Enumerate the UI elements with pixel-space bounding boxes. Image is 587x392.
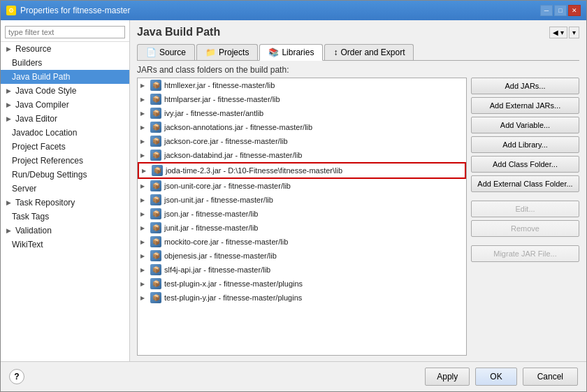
edit-button[interactable]: Edit... <box>471 201 579 217</box>
list-item[interactable]: ▶📦test-plugin-y.jar - fitnesse-master/pl… <box>138 291 466 305</box>
list-item[interactable]: ▶📦json-unit-core.jar - fitnesse-master/l… <box>138 179 466 193</box>
expand-arrow-icon: ▶ <box>140 82 147 89</box>
expand-arrow-icon: ▶ <box>140 124 147 131</box>
expand-arrow-icon: ▶ <box>140 239 147 245</box>
expand-arrow-icon: ▶ <box>140 110 147 117</box>
jar-list-container: ▶📦htmllexer.jar - fitnesse-master/lib▶📦h… <box>137 78 467 356</box>
list-item[interactable]: ▶📦ivy.jar - fitnesse-master/antlib <box>138 106 466 120</box>
add-external-class-folder-button[interactable]: Add External Class Folder... <box>471 175 579 192</box>
sidebar-item-builders[interactable]: Builders <box>1 56 129 70</box>
title-controls: ─ □ ✕ <box>540 5 581 16</box>
list-item[interactable]: ▶📦jackson-core.jar - fitnesse-master/lib <box>138 134 466 148</box>
jar-name: slf4j-api.jar - fitnesse-master/lib <box>164 266 270 274</box>
sidebar-item-task-tags[interactable]: Task Tags <box>1 210 129 224</box>
sidebar-item-run-debug-settings[interactable]: Run/Debug Settings <box>1 168 129 182</box>
expand-arrow-icon: ▶ <box>140 267 147 273</box>
cancel-button[interactable]: Cancel <box>523 368 578 386</box>
content-area: JARs and class folders on the build path… <box>137 65 579 356</box>
list-item[interactable]: ▶📦joda-time-2.3.jar - D:\10-Fitnesse\fit… <box>138 162 466 179</box>
expand-arrow-icon: ▶ <box>140 152 147 159</box>
sidebar-item-java-editor[interactable]: ▶Java Editor <box>1 112 129 126</box>
list-item[interactable]: ▶📦objenesis.jar - fitnesse-master/lib <box>138 249 466 263</box>
jar-name: test-plugin-x.jar - fitnesse-master/plug… <box>164 280 303 288</box>
expand-arrow-icon: ▶ <box>140 211 147 217</box>
sidebar-item-javadoc-location[interactable]: Javadoc Location <box>1 126 129 140</box>
add-variable-button[interactable]: Add Variable... <box>471 117 579 133</box>
properties-dialog: ⚙ Properties for fitnesse-master ─ □ ✕ ▶… <box>0 0 587 392</box>
content-label: JARs and class folders on the build path… <box>137 65 579 75</box>
tab-order-export[interactable]: ↕ Order and Export <box>324 44 414 60</box>
apply-button[interactable]: Apply <box>425 368 470 386</box>
add-library-button[interactable]: Add Library... <box>471 136 579 153</box>
nav-forward-button[interactable]: ▾ <box>569 27 579 38</box>
sidebar-item-project-references[interactable]: Project References <box>1 154 129 168</box>
sidebar-item-wikitext[interactable]: WikiText <box>1 238 129 252</box>
dialog-footer: ? Apply OK Cancel <box>1 361 586 391</box>
remove-button[interactable]: Remove <box>471 220 579 237</box>
footer-right: Apply OK Cancel <box>425 368 578 386</box>
list-item[interactable]: ▶📦htmlparser.jar - fitnesse-master/lib <box>138 92 466 106</box>
jar-icon: 📦 <box>150 278 161 289</box>
jar-icon: 📦 <box>150 136 161 147</box>
sidebar-item-label: Javadoc Location <box>12 128 77 138</box>
list-item[interactable]: ▶📦mockito-core.jar - fitnesse-master/lib <box>138 235 466 249</box>
expand-arrow-icon: ▶ <box>142 168 149 174</box>
main-header: Java Build Path ◀ ▾ ▾ <box>137 26 579 38</box>
add-jars-button[interactable]: Add JARs... <box>471 78 579 94</box>
list-item[interactable]: ▶📦json-unit.jar - fitnesse-master/lib <box>138 193 466 207</box>
sidebar-item-label: Java Code Style <box>15 86 76 96</box>
sidebar-item-java-code-style[interactable]: ▶Java Code Style <box>1 84 129 98</box>
jar-name: json-unit.jar - fitnesse-master/lib <box>164 196 273 204</box>
sidebar-item-label: Project References <box>12 156 83 166</box>
maximize-button[interactable]: □ <box>554 5 567 16</box>
sidebar-item-project-facets[interactable]: Project Facets <box>1 140 129 154</box>
dialog-body: ▶ResourceBuildersJava Build Path▶Java Co… <box>1 20 586 361</box>
close-button[interactable]: ✕ <box>568 5 581 16</box>
sidebar-item-resource[interactable]: ▶Resource <box>1 42 129 56</box>
sidebar-item-java-compiler[interactable]: ▶Java Compiler <box>1 98 129 112</box>
expand-arrow-icon: ▶ <box>6 45 11 52</box>
help-button[interactable]: ? <box>9 369 24 384</box>
filter-input[interactable] <box>5 26 125 38</box>
list-and-buttons: ▶📦htmllexer.jar - fitnesse-master/lib▶📦h… <box>137 78 579 356</box>
title-bar-left: ⚙ Properties for fitnesse-master <box>6 6 130 15</box>
nav-back-button[interactable]: ◀ ▾ <box>549 27 567 38</box>
dialog-title: Properties for fitnesse-master <box>20 6 130 15</box>
add-class-folder-button[interactable]: Add Class Folder... <box>471 156 579 173</box>
tab-projects[interactable]: 📁 Projects <box>196 44 258 60</box>
sidebar-item-server[interactable]: Server <box>1 182 129 196</box>
tab-bar: 📄 Source 📁 Projects 📚 Libraries ↕ Order … <box>137 44 579 61</box>
jar-name: test-plugin-y.jar - fitnesse-master/plug… <box>164 293 302 302</box>
jar-name: joda-time-2.3.jar - D:\10-Fitnesse\fitne… <box>166 166 342 175</box>
list-item[interactable]: ▶📦test-plugin-x.jar - fitnesse-master/pl… <box>138 277 466 291</box>
buttons-panel: Add JARs... Add External JARs... Add Var… <box>471 78 579 356</box>
expand-arrow-icon: ▶ <box>140 281 147 287</box>
expand-arrow-icon: ▶ <box>140 225 147 231</box>
source-tab-icon: 📄 <box>146 48 157 57</box>
page-title: Java Build Path <box>137 26 220 38</box>
sidebar-item-task-repository[interactable]: ▶Task Repository <box>1 196 129 210</box>
tab-libraries[interactable]: 📚 Libraries <box>259 44 323 61</box>
sidebar-item-label: Task Repository <box>15 198 75 208</box>
list-item[interactable]: ▶📦slf4j-api.jar - fitnesse-master/lib <box>138 263 466 277</box>
jar-name: jackson-databind.jar - fitnesse-master/l… <box>164 151 302 159</box>
filter-box <box>1 23 129 42</box>
minimize-button[interactable]: ─ <box>540 5 553 16</box>
migrate-jar-button[interactable]: Migrate JAR File... <box>471 245 579 262</box>
ok-button[interactable]: OK <box>475 368 516 386</box>
list-item[interactable]: ▶📦htmllexer.jar - fitnesse-master/lib <box>138 78 466 92</box>
jar-icon: 📦 <box>150 194 161 205</box>
expand-arrow-icon: ▶ <box>140 183 147 189</box>
list-item[interactable]: ▶📦jackson-annotations.jar - fitnesse-mas… <box>138 120 466 134</box>
expand-arrow-icon: ▶ <box>140 253 147 259</box>
add-external-jars-button[interactable]: Add External JARs... <box>471 97 579 114</box>
expand-arrow-icon: ▶ <box>6 101 11 108</box>
list-item[interactable]: ▶📦jackson-databind.jar - fitnesse-master… <box>138 148 466 162</box>
sidebar-item-java-build-path[interactable]: Java Build Path <box>1 70 129 84</box>
tab-source[interactable]: 📄 Source <box>137 44 195 60</box>
list-item[interactable]: ▶📦junit.jar - fitnesse-master/lib <box>138 221 466 235</box>
sidebar-item-validation[interactable]: ▶Validation <box>1 224 129 238</box>
list-item[interactable]: ▶📦json.jar - fitnesse-master/lib <box>138 207 466 221</box>
jar-icon: 📦 <box>150 236 161 247</box>
expand-arrow-icon: ▶ <box>140 295 147 301</box>
